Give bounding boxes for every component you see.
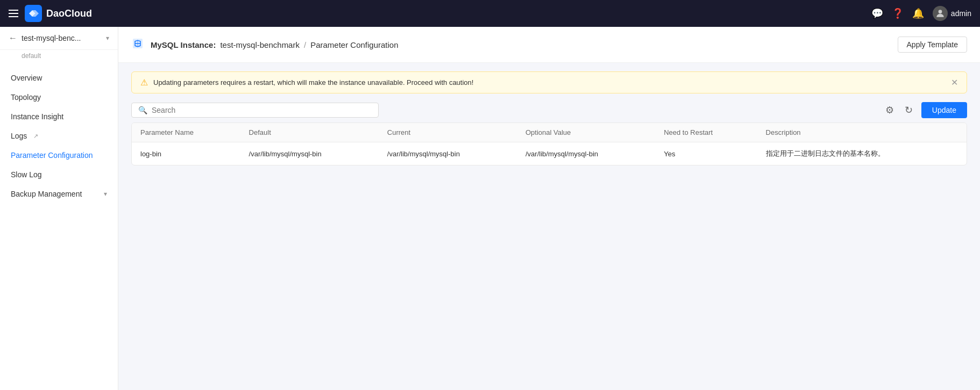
- sidebar-item-label-instance-insight: Instance Insight: [11, 112, 63, 121]
- cell-current: /var/lib/mysql/mysql-bin: [379, 142, 517, 165]
- notification-icon[interactable]: 🔔: [912, 8, 924, 19]
- sidebar-item-label-topology: Topology: [11, 93, 41, 102]
- table: Parameter Name Default Current Optional …: [132, 123, 967, 165]
- table-body: log-bin/var/lib/mysql/mysql-bin/var/lib/…: [132, 142, 967, 165]
- sidebar-item-slow-log[interactable]: Slow Log: [0, 165, 118, 184]
- update-button[interactable]: Update: [921, 102, 967, 118]
- cell-optional_value: /var/lib/mysql/mysql-bin: [517, 142, 655, 165]
- col-header-current: Current: [379, 123, 517, 142]
- breadcrumb-separator: /: [304, 40, 306, 49]
- search-input[interactable]: [152, 106, 372, 114]
- apply-template-button[interactable]: Apply Template: [898, 37, 967, 53]
- admin-label: admin: [951, 9, 971, 18]
- col-header-need-to-restart: Need to Restart: [655, 123, 757, 142]
- sidebar-item-label-overview: Overview: [11, 74, 42, 82]
- sidebar-chevron-icon[interactable]: ▾: [106, 34, 109, 42]
- sidebar-sub-label: default: [0, 50, 118, 64]
- sidebar-item-parameter-configuration[interactable]: Parameter Configuration: [0, 146, 118, 165]
- user-menu[interactable]: admin: [933, 6, 971, 21]
- svg-point-1: [939, 10, 942, 13]
- toolbar: 🔍 ⚙ ↻ Update: [118, 93, 980, 122]
- cell-default: /var/lib/mysql/mysql-bin: [240, 142, 379, 165]
- sidebar-header: ← test-mysql-benc... ▾: [0, 27, 118, 50]
- avatar: [933, 6, 948, 21]
- col-header-default: Default: [240, 123, 379, 142]
- backup-management-chevron-icon: ▾: [104, 190, 107, 198]
- breadcrumb-instance-type: MySQL Instance:: [151, 40, 216, 49]
- search-box: 🔍: [131, 103, 379, 118]
- col-header-description: Description: [757, 123, 967, 142]
- page-header: MySQL Instance: test-mysql-benchmark / P…: [118, 27, 980, 63]
- sidebar-item-label-slow-log: Slow Log: [11, 170, 42, 179]
- warning-close-button[interactable]: ✕: [951, 77, 958, 88]
- table-header-row: Parameter Name Default Current Optional …: [132, 123, 967, 142]
- warning-text: Updating parameters requires a restart, …: [153, 78, 946, 86]
- sidebar-item-label-backup-management: Backup Management: [11, 190, 82, 198]
- sidebar-item-label-parameter-configuration: Parameter Configuration: [11, 151, 93, 160]
- col-header-optional-value: Optional Value: [517, 123, 655, 142]
- warning-icon: ⚠: [140, 77, 148, 88]
- breadcrumb-instance-name: test-mysql-benchmark: [220, 40, 300, 49]
- cell-parameter_name: log-bin: [132, 142, 240, 165]
- main-content: MySQL Instance: test-mysql-benchmark / P…: [118, 27, 980, 390]
- breadcrumb-page-name: Parameter Configuration: [310, 40, 398, 49]
- col-header-parameter-name: Parameter Name: [132, 123, 240, 142]
- sidebar-item-instance-insight[interactable]: Instance Insight: [0, 107, 118, 126]
- sidebar-item-backup-management[interactable]: Backup Management ▾: [0, 184, 118, 204]
- chat-icon[interactable]: 💬: [871, 8, 883, 19]
- sidebar: ← test-mysql-benc... ▾ default Overview …: [0, 27, 118, 390]
- mysql-icon: [131, 37, 144, 53]
- sidebar-item-logs[interactable]: Logs ↗: [0, 126, 118, 146]
- sidebar-nav: Overview Topology Instance Insight Logs …: [0, 64, 118, 208]
- back-button[interactable]: ←: [9, 33, 17, 43]
- brand-name: DaoCloud: [46, 8, 92, 19]
- top-navbar: DaoCloud 💬 ❓ 🔔 admin: [0, 0, 980, 27]
- topnav-icons: 💬 ❓ 🔔 admin: [871, 6, 971, 21]
- cell-need_to_restart: Yes: [655, 142, 757, 165]
- warning-banner: ⚠ Updating parameters requires a restart…: [131, 71, 967, 93]
- search-icon: 🔍: [138, 106, 147, 114]
- parameter-table: Parameter Name Default Current Optional …: [131, 122, 967, 165]
- menu-button[interactable]: [9, 10, 18, 17]
- sidebar-item-overview[interactable]: Overview: [0, 68, 118, 88]
- cell-description: 指定用于二进制日志文件的基本名称。: [757, 142, 967, 165]
- logs-external-icon: ↗: [33, 133, 38, 140]
- brand-logo: DaoCloud: [25, 5, 92, 22]
- settings-icon[interactable]: ⚙: [883, 102, 896, 118]
- sidebar-item-topology[interactable]: Topology: [0, 88, 118, 107]
- help-icon[interactable]: ❓: [892, 8, 904, 19]
- sidebar-item-label-logs: Logs: [11, 132, 27, 140]
- sidebar-instance-title: test-mysql-benc...: [22, 34, 102, 42]
- table-row: log-bin/var/lib/mysql/mysql-bin/var/lib/…: [132, 142, 967, 165]
- breadcrumb: MySQL Instance: test-mysql-benchmark / P…: [151, 40, 399, 49]
- refresh-icon[interactable]: ↻: [903, 102, 915, 118]
